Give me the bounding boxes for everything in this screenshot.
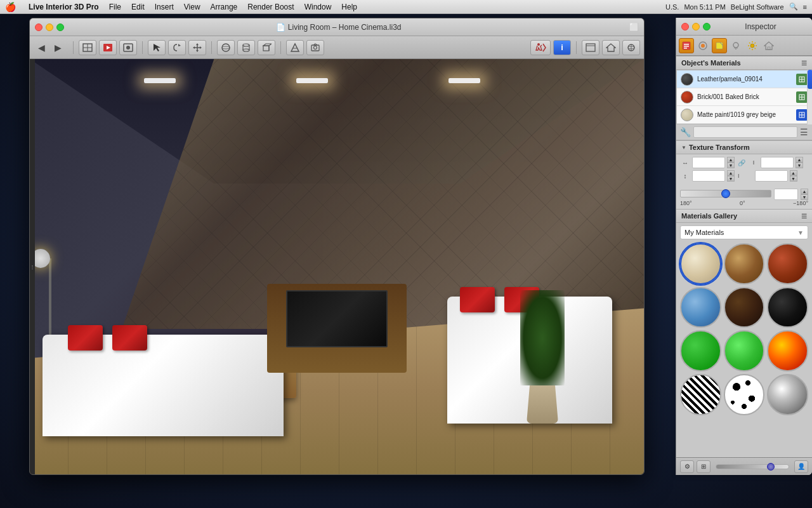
gallery-item-green1[interactable] — [680, 330, 721, 371]
gallery-item-wood[interactable] — [724, 243, 765, 284]
angle-slider-container: 0° ▲ ▼ 180° 0° −180° — [676, 186, 812, 209]
cylinder-btn[interactable] — [237, 40, 255, 55]
floor-plan-btn[interactable] — [79, 40, 96, 55]
inspector-panel: Inspector Object's Materials ☰ — [676, 18, 812, 475]
brick-action[interactable] — [796, 91, 808, 103]
angle-input[interactable]: 0° — [774, 189, 798, 200]
minimize-button[interactable] — [46, 23, 53, 31]
forward-button[interactable]: ▶ — [50, 40, 65, 55]
width-up[interactable]: ▲ — [727, 157, 735, 163]
tab-objects[interactable] — [679, 38, 694, 53]
select-btn[interactable] — [148, 40, 166, 55]
inspector-toolbar — [676, 36, 812, 56]
tab-materials[interactable] — [695, 38, 710, 53]
box-btn[interactable] — [258, 40, 275, 55]
texture-offset-x-input[interactable]: 0.00 — [692, 170, 725, 182]
walk-btn[interactable] — [530, 40, 551, 55]
offset-x-down[interactable]: ▼ — [727, 176, 735, 182]
materials-menu-icon[interactable]: ☰ — [801, 60, 807, 67]
menu-arrange[interactable]: Arrange — [211, 3, 238, 11]
material-item-matte[interactable]: Matte paint/1019 grey beige — [677, 106, 811, 124]
sphere-btn[interactable] — [217, 40, 235, 55]
gallery-menu-icon[interactable]: ☰ — [801, 213, 807, 220]
materials-scrollbar-track — [807, 70, 812, 124]
camera-btn[interactable] — [306, 40, 324, 55]
person-btn[interactable]: 👤 — [794, 460, 808, 473]
menu-file[interactable]: File — [109, 3, 121, 11]
leather-action[interactable] — [796, 74, 808, 85]
dropper-icon[interactable]: 🔧 — [680, 127, 691, 137]
offset-y-up[interactable]: ▲ — [790, 170, 797, 176]
apple-menu[interactable]: 🍎 — [5, 2, 16, 12]
menu-view[interactable]: View — [184, 3, 200, 11]
view-btn[interactable] — [119, 40, 137, 55]
window-btn[interactable] — [582, 40, 599, 55]
offset-x-up[interactable]: ▲ — [727, 170, 735, 176]
materials-scrollbar-thumb[interactable] — [808, 70, 812, 89]
inspector-close[interactable] — [681, 23, 689, 30]
dropper-field[interactable] — [693, 126, 797, 138]
settings-btn[interactable]: ⚙ — [680, 460, 694, 473]
app-name[interactable]: Live Interior 3D Pro — [29, 3, 99, 11]
material-item-leather[interactable]: Leather/pamela_09014 — [677, 70, 811, 88]
dropper-menu-icon[interactable]: ☰ — [800, 127, 808, 137]
maximize-button[interactable] — [56, 23, 64, 31]
material-item-brick[interactable]: Brick/001 Baked Brick — [677, 88, 811, 106]
menu-window[interactable]: Window — [304, 3, 332, 11]
width-down[interactable]: ▼ — [727, 163, 735, 168]
bottom-slider-thumb[interactable] — [767, 463, 775, 471]
menu-bars-icon[interactable]: ≡ — [803, 3, 807, 11]
angle-slider-track[interactable] — [680, 190, 771, 197]
angle-down[interactable]: ▼ — [801, 194, 808, 200]
close-button[interactable] — [35, 23, 43, 31]
offset-y-down[interactable]: ▼ — [790, 176, 797, 182]
angle-up[interactable]: ▲ — [801, 189, 808, 194]
inspector-expand[interactable] — [703, 23, 710, 30]
gallery-grid — [680, 243, 808, 415]
inspector-minimize[interactable] — [692, 23, 700, 30]
height-down[interactable]: ▼ — [796, 163, 803, 168]
link-icon[interactable]: 🔗 — [738, 159, 745, 166]
gallery-item-dark-wood[interactable] — [724, 287, 765, 328]
menu-help[interactable]: Help — [341, 3, 357, 11]
add-btn[interactable]: ⊞ — [697, 460, 710, 473]
tab-paint[interactable] — [712, 38, 727, 53]
gallery-item-beige[interactable] — [680, 243, 721, 284]
menu-edit[interactable]: Edit — [131, 3, 145, 11]
rotate-btn[interactable] — [168, 40, 186, 55]
gallery-item-dalmatian[interactable] — [724, 374, 765, 415]
gallery-dropdown[interactable]: My Materials ▼ — [680, 225, 808, 239]
angle-slider-thumb[interactable] — [721, 189, 730, 198]
gallery-item-water[interactable] — [680, 287, 721, 328]
back-button[interactable]: ◀ — [34, 40, 49, 55]
tab-lighting[interactable] — [728, 38, 743, 53]
gallery-item-brick[interactable] — [767, 243, 808, 284]
bottom-slider[interactable] — [716, 464, 789, 469]
width-stepper: ▲ ▼ — [727, 157, 735, 168]
move-btn[interactable] — [188, 40, 206, 55]
height-up[interactable]: ▲ — [796, 157, 803, 163]
tab-sun[interactable] — [745, 38, 760, 53]
gallery-item-green2[interactable] — [724, 330, 765, 371]
menu-render[interactable]: Render Boost — [247, 3, 294, 11]
gallery-item-dark[interactable] — [767, 287, 808, 328]
zoom-icon[interactable]: ⬜ — [629, 23, 639, 32]
toolbar-nav: ◀ ▶ — [34, 40, 65, 55]
perspective-btn[interactable] — [622, 40, 640, 55]
gallery-item-zebra[interactable] — [680, 374, 721, 415]
home-btn[interactable] — [602, 40, 620, 55]
texture-height-input[interactable]: 2.56 — [761, 157, 794, 168]
texture-width-input[interactable]: 2.56 — [692, 157, 725, 168]
info-btn[interactable]: i — [553, 40, 571, 55]
search-icon[interactable]: 🔍 — [789, 3, 798, 11]
gallery-item-chrome[interactable] — [767, 374, 808, 415]
viewport[interactable]: ⋮ — [30, 59, 644, 474]
texture-btn[interactable] — [286, 40, 304, 55]
texture-arrow[interactable]: ▼ — [681, 145, 686, 150]
render-btn[interactable] — [99, 40, 117, 55]
gallery-item-fire[interactable] — [767, 330, 808, 371]
matte-action[interactable] — [796, 109, 808, 121]
tab-house[interactable] — [761, 38, 776, 53]
menu-insert[interactable]: Insert — [155, 3, 174, 11]
texture-offset-y-input[interactable]: 0.00 — [755, 170, 788, 182]
